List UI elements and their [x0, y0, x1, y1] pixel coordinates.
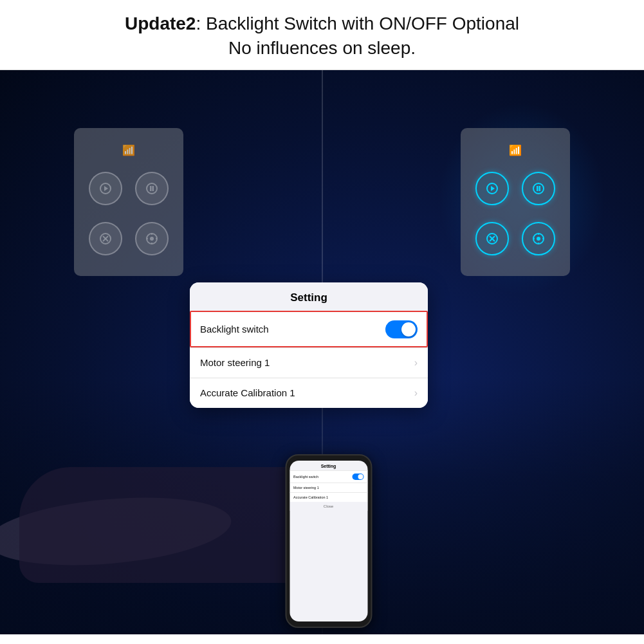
update-label: Update2: [125, 14, 196, 33]
switch-panel-left: 📶: [74, 128, 183, 276]
setting-dialog: Setting Backlight switch Motor steering …: [190, 282, 428, 408]
btn-row-top-right: [475, 172, 555, 205]
phone-mock: Setting Backlight switch Motor steering …: [264, 409, 393, 628]
switch-panel-right: 📶: [461, 128, 570, 276]
btn-open-right[interactable]: [475, 172, 509, 205]
btn-open-left[interactable]: [89, 172, 122, 205]
dialog-row-backlight[interactable]: Backlight switch: [190, 311, 428, 347]
header-section: Update2: Backlight Switch with ON/OFF Op…: [0, 0, 644, 70]
btn-row-bottom-right: [475, 222, 555, 255]
svg-point-9: [150, 237, 154, 241]
dialog-row-motor[interactable]: Motor steering 1 ›: [190, 347, 428, 378]
btn-close-left[interactable]: [89, 222, 122, 255]
btn-pause-left[interactable]: [135, 172, 169, 205]
description-line1: : Backlight Switch with ON/OFF Optional: [196, 14, 519, 33]
phone-body: Setting Backlight switch Motor steering …: [285, 454, 372, 628]
wifi-icon-right: 📶: [509, 144, 522, 156]
btn-row-bottom-left: [89, 222, 169, 255]
wifi-icon-left: 📶: [122, 144, 135, 156]
mini-motor-label: Motor steering 1: [293, 486, 319, 490]
backlight-label: Backlight switch: [200, 324, 269, 335]
mini-close-btn[interactable]: Close: [290, 502, 367, 511]
svg-point-16: [533, 183, 544, 194]
motor-chevron-icon: ›: [414, 357, 418, 369]
toggle-knob: [401, 322, 416, 336]
svg-rect-17: [537, 186, 538, 191]
btn-close-right[interactable]: [475, 222, 509, 255]
mini-knob: [358, 474, 363, 479]
mini-backlight-label: Backlight switch: [293, 475, 318, 479]
main-area: 📶 📶: [0, 70, 644, 634]
svg-marker-1: [104, 186, 108, 191]
backlight-toggle[interactable]: [385, 320, 418, 338]
svg-rect-18: [539, 186, 541, 191]
btn-row-top-left: [89, 172, 169, 205]
svg-marker-15: [491, 186, 495, 191]
description-line2: No influences on sleep.: [228, 38, 416, 58]
mini-toggle: [352, 474, 363, 480]
mini-dialog-title: Setting: [290, 461, 367, 470]
svg-point-23: [537, 237, 540, 241]
motor-label: Motor steering 1: [200, 357, 270, 368]
mini-row-calibration: Accurate Calibration 1: [290, 492, 367, 502]
dialog-row-calibration[interactable]: Accurate Calibration 1 ›: [190, 378, 428, 408]
header-text: Update2: Backlight Switch with ON/OFF Op…: [13, 12, 631, 60]
btn-pause-right[interactable]: [522, 172, 555, 205]
svg-point-2: [147, 183, 157, 194]
btn-light-right[interactable]: [522, 222, 555, 255]
svg-rect-3: [150, 186, 152, 191]
phone-screen: Setting Backlight switch Motor steering …: [290, 461, 367, 621]
mini-calibration-label: Accurate Calibration 1: [293, 495, 328, 499]
mini-row-backlight: Backlight switch: [290, 470, 367, 483]
dialog-title: Setting: [190, 282, 428, 311]
svg-rect-4: [152, 186, 154, 191]
mini-row-motor: Motor steering 1: [290, 483, 367, 492]
btn-light-left[interactable]: [135, 222, 169, 255]
calibration-chevron-icon: ›: [414, 387, 418, 399]
calibration-label: Accurate Calibration 1: [200, 387, 295, 398]
